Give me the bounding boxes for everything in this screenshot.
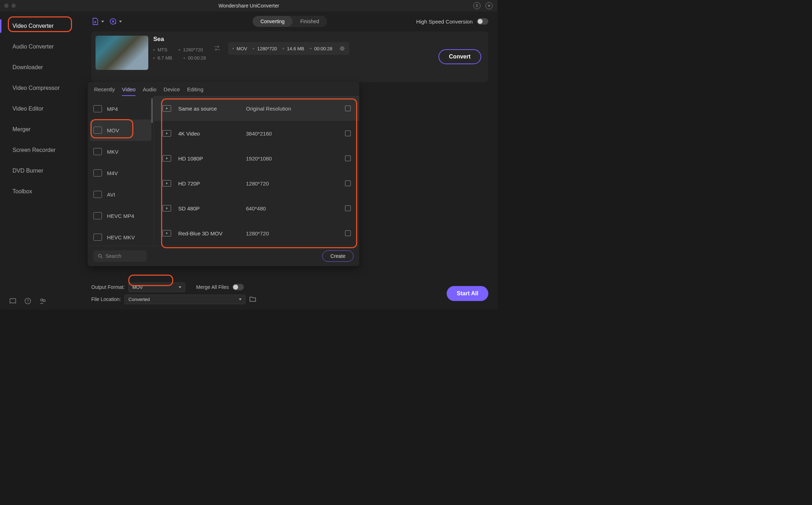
dd-tab-device[interactable]: Device	[164, 86, 180, 96]
src-resolution: 1280*720	[183, 47, 203, 52]
video-icon	[163, 230, 171, 236]
sidebar-item-video-compressor[interactable]: Video Compressor	[0, 78, 82, 98]
gear-icon[interactable]	[339, 46, 345, 51]
chevron-down-icon	[239, 299, 242, 300]
close-window[interactable]	[4, 4, 9, 8]
film-icon	[93, 191, 102, 198]
format-item-mov[interactable]: MOV	[90, 119, 151, 141]
video-icon	[163, 155, 171, 162]
dd-tab-audio[interactable]: Audio	[143, 86, 156, 96]
edit-icon[interactable]	[345, 205, 351, 211]
preset-item[interactable]: HD 1080P1920*1080	[154, 146, 359, 171]
preset-item[interactable]: 4K Video3840*2160	[154, 121, 359, 146]
sidebar: Video Converter Audio Converter Download…	[0, 11, 82, 310]
feedback-icon[interactable]	[39, 297, 46, 305]
chevron-down-icon	[179, 286, 181, 288]
edit-icon[interactable]	[345, 155, 351, 161]
chevron-down-icon	[101, 21, 104, 22]
sidebar-item-label: Toolbox	[12, 188, 32, 195]
video-icon	[163, 105, 171, 112]
src-container: MTS	[158, 47, 167, 52]
sidebar-item-merger[interactable]: Merger	[0, 119, 82, 140]
out-duration: 00:00:28	[314, 46, 333, 51]
sidebar-item-audio-converter[interactable]: Audio Converter	[0, 36, 82, 57]
svg-point-6	[41, 299, 43, 301]
sidebar-item-label: Video Converter	[12, 23, 53, 29]
edit-icon[interactable]	[345, 230, 351, 236]
sidebar-item-label: Screen Recorder	[12, 147, 56, 153]
create-preset-button[interactable]: Create	[322, 250, 354, 262]
titlebar: Wondershare UniConverter	[0, 0, 498, 11]
format-dropdown: Recently Video Audio Device Editing MP4 …	[88, 82, 359, 266]
file-location-select[interactable]: Converted	[124, 295, 246, 304]
file-location-label: File Location:	[91, 296, 121, 302]
preset-item[interactable]: Red-Blue 3D MOV1280*720	[154, 221, 359, 246]
guide-icon[interactable]	[9, 297, 16, 305]
out-resolution: 1280*720	[257, 46, 277, 51]
svg-text:?: ?	[27, 299, 29, 303]
sidebar-item-video-converter[interactable]: Video Converter	[0, 16, 82, 36]
tab-converting[interactable]: Converting	[253, 16, 293, 27]
output-settings-pill[interactable]: MOV 1280*720 14.6 MB 00:00:28	[228, 42, 349, 55]
add-disc-button[interactable]	[109, 17, 122, 25]
preset-item[interactable]: HD 720P1280*720	[154, 171, 359, 196]
menu-icon[interactable]	[485, 2, 493, 9]
preset-item[interactable]: SD 480P640*480	[154, 196, 359, 221]
edit-icon[interactable]	[345, 131, 351, 136]
format-list[interactable]: MP4 MOV MKV M4V AVI HEVC MP4 HEVC MKV	[88, 96, 154, 246]
video-icon	[163, 130, 171, 137]
preset-list[interactable]: Same as sourceOriginal Resolution 4K Vid…	[154, 96, 359, 246]
format-item-mkv[interactable]: MKV	[88, 141, 154, 162]
sidebar-item-video-editor[interactable]: Video Editor	[0, 98, 82, 119]
edit-icon[interactable]	[345, 180, 351, 186]
search-placeholder: Search	[106, 253, 121, 259]
sidebar-item-dvd-burner[interactable]: DVD Burner	[0, 160, 82, 181]
output-format-value: MOV	[132, 285, 143, 290]
file-card: Sea MTS 1280*720 6.7 MB 00:00:28 MOV	[91, 31, 488, 82]
output-format-label: Output Format:	[91, 284, 125, 290]
minimize-window[interactable]	[11, 4, 16, 8]
merge-label: Merge All Files	[196, 284, 229, 290]
output-format-select[interactable]: MOV	[128, 282, 185, 292]
video-thumbnail[interactable]	[96, 36, 148, 70]
add-file-button[interactable]	[91, 17, 104, 25]
edit-icon[interactable]	[345, 106, 351, 111]
help-icon[interactable]: ?	[24, 297, 31, 305]
svg-line-16	[101, 257, 102, 258]
video-icon	[163, 205, 171, 211]
svg-point-15	[98, 254, 101, 257]
dd-tab-recently[interactable]: Recently	[94, 86, 115, 96]
format-item-avi[interactable]: AVI	[88, 184, 154, 205]
format-item-hevc-mp4[interactable]: HEVC MP4	[88, 205, 154, 226]
start-all-button[interactable]: Start All	[447, 286, 488, 301]
highspeed-toggle[interactable]	[477, 18, 488, 25]
format-item-mp4[interactable]: MP4	[88, 98, 154, 119]
dd-tab-video[interactable]: Video	[122, 86, 135, 96]
out-container: MOV	[237, 46, 247, 51]
arrow-convert-icon	[213, 44, 221, 52]
sidebar-item-screen-recorder[interactable]: Screen Recorder	[0, 140, 82, 160]
tab-finished[interactable]: Finished	[292, 16, 327, 27]
sidebar-item-label: Merger	[12, 126, 31, 133]
sidebar-item-toolbox[interactable]: Toolbox	[0, 181, 82, 202]
svg-point-7	[43, 300, 45, 302]
search-input[interactable]: Search	[93, 250, 147, 262]
format-item-m4v[interactable]: M4V	[88, 162, 154, 184]
sidebar-item-downloader[interactable]: Downloader	[0, 57, 82, 78]
preset-item[interactable]: Same as sourceOriginal Resolution	[154, 96, 359, 121]
window-controls	[0, 4, 16, 8]
file-location-value: Converted	[128, 297, 150, 302]
scrollbar[interactable]	[151, 98, 153, 123]
highspeed-label: High Speed Conversion	[416, 19, 473, 25]
account-icon[interactable]	[473, 2, 480, 9]
convert-button[interactable]: Convert	[438, 49, 481, 64]
format-item-hevc-mkv[interactable]: HEVC MKV	[88, 226, 154, 246]
merge-toggle[interactable]	[232, 284, 244, 290]
svg-point-0	[476, 4, 478, 6]
svg-point-11	[112, 21, 114, 22]
dd-tab-editing[interactable]: Editing	[187, 86, 204, 96]
disc-icon	[93, 105, 102, 112]
sidebar-item-label: Audio Converter	[12, 44, 54, 50]
svg-point-14	[341, 47, 343, 50]
open-folder-button[interactable]	[249, 296, 256, 302]
